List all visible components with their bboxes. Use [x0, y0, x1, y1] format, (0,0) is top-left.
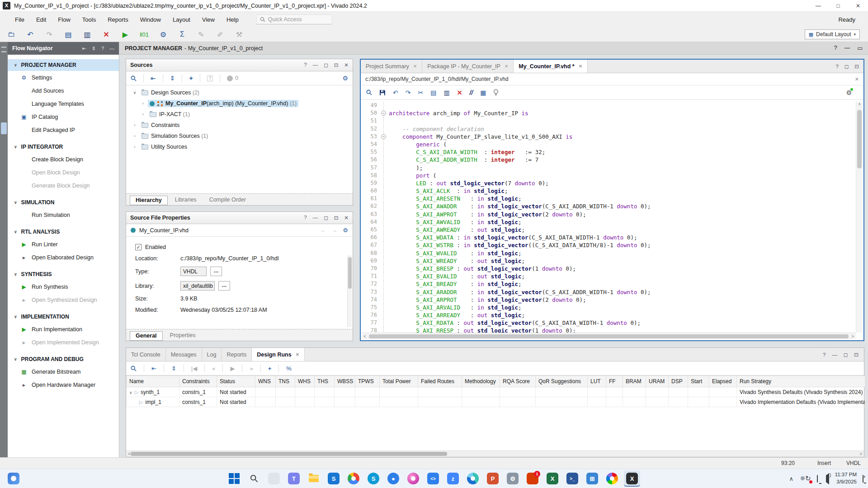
flow-item-run-implementation[interactable]: ▶Run Implementation	[8, 323, 119, 336]
taskbar-icon-powerpoint[interactable]: P	[485, 470, 501, 487]
tree-item[interactable]: ›Simulation Sources (1)	[126, 131, 353, 141]
flow-section-header-synthesis[interactable]: ∨SYNTHESIS	[8, 268, 119, 280]
taskbar-icon-skype[interactable]: S	[365, 470, 382, 487]
column-header-total-power[interactable]: Total Power	[380, 376, 418, 387]
flow-item-generate-bitstream[interactable]: ▦Generate Bitstream	[8, 365, 119, 378]
display-icon[interactable]	[817, 475, 818, 482]
float-icon[interactable]: ◻	[324, 215, 328, 221]
maximize-button[interactable]: □	[828, 0, 848, 12]
step-back-icon[interactable]: «	[212, 365, 215, 372]
ellipsis-button[interactable]: ...	[218, 281, 230, 291]
menu-help[interactable]: Help	[221, 16, 245, 23]
maximize-icon[interactable]: ⊡	[854, 63, 859, 70]
first-run-icon[interactable]: |◀	[191, 365, 197, 372]
results-tab-design-runs[interactable]: Design Runs✕	[252, 348, 305, 361]
help-icon[interactable]: ?	[304, 215, 307, 221]
maximize-icon[interactable]: ⊡	[334, 215, 339, 221]
menu-tools[interactable]: Tools	[76, 16, 102, 23]
float-icon[interactable]: ◻	[844, 63, 849, 70]
float-icon[interactable]: ◻	[844, 352, 848, 358]
flow-item-ip-catalog[interactable]: ▣IP Catalog	[8, 110, 119, 123]
flow-item-settings[interactable]: ⚙Settings	[8, 71, 119, 84]
back-icon[interactable]: ←	[320, 227, 326, 234]
taskbar-icon-file-explorer[interactable]	[306, 470, 322, 487]
column-header-failed-routes[interactable]: Failed Routes	[418, 376, 462, 387]
flow-item-run-linter[interactable]: ▶Run Linter	[8, 238, 119, 251]
toggle-comment-icon[interactable]: //	[469, 89, 473, 96]
taskbar-icon-blue-dot-app[interactable]: ●	[385, 470, 401, 487]
minimize-icon[interactable]: —	[844, 45, 850, 52]
search-icon[interactable]	[131, 75, 137, 81]
property-input[interactable]: xil_defaultlib	[180, 281, 215, 291]
tree-item[interactable]: ∨Design Sources (2)	[126, 87, 353, 98]
taskbar-icon-notification-app[interactable]: 1	[524, 470, 541, 487]
enabled-checkbox[interactable]: ✓	[135, 244, 142, 250]
close-tab-icon[interactable]: ✕	[413, 64, 417, 69]
taskbar-icon-vscode[interactable]: <>	[425, 470, 441, 487]
sources-settings-gear-icon[interactable]: ⚙	[342, 75, 348, 82]
flow-section-header-ip-integrator[interactable]: ∨IP INTEGRATOR	[8, 141, 119, 153]
tab-compile-order[interactable]: Compile Order	[204, 196, 251, 205]
tab-properties[interactable]: Properties	[165, 331, 201, 341]
flow-item-generate-block-design[interactable]: Generate Block Design	[8, 179, 119, 192]
code-area[interactable]: 4950−architecture arch_imp of My_Counter…	[362, 102, 856, 333]
sync-icon[interactable]: ↻	[805, 474, 811, 483]
menu-file[interactable]: File	[9, 16, 30, 23]
column-header-ths[interactable]: THS	[315, 376, 335, 387]
taskbar-icon-task-view[interactable]	[266, 470, 282, 487]
add-sources-icon[interactable]: +	[189, 75, 193, 82]
taskbar-icon-store[interactable]: S	[326, 470, 342, 487]
delete-icon[interactable]: ✕	[101, 30, 111, 39]
menu-window[interactable]: Window	[134, 16, 167, 23]
column-header-bram[interactable]: BRAM	[623, 376, 646, 387]
tray-chevron-up-icon[interactable]: ∧	[789, 475, 794, 482]
flow-item-language-templates[interactable]: Language Templates	[8, 97, 119, 110]
search-icon[interactable]	[131, 366, 137, 371]
flow-section-header-simulation[interactable]: ∨SIMULATION	[8, 197, 119, 208]
column-header-status[interactable]: Status	[217, 376, 255, 387]
flow-item-open-elaborated-design[interactable]: ▸Open Elaborated Design	[8, 251, 119, 264]
properties-settings-gear-icon[interactable]: ⚙	[343, 227, 348, 234]
redo-icon[interactable]: ↷	[44, 30, 54, 39]
brush-icon[interactable]: ✎	[196, 30, 206, 39]
results-tab-messages[interactable]: Messages	[166, 348, 202, 361]
tree-item[interactable]: ›IP-XACT (1)	[126, 109, 353, 120]
flow-section-header-program-and-debug[interactable]: ∨PROGRAM AND DEBUG	[8, 353, 119, 365]
widgets-button[interactable]	[5, 470, 22, 487]
chevron-down-icon[interactable]: ∨	[129, 390, 132, 395]
copy-icon[interactable]: ▤	[430, 89, 436, 96]
results-tab-log[interactable]: Log	[202, 348, 222, 361]
menu-flow[interactable]: Flow	[52, 16, 76, 23]
editor-horizontal-scrollbar[interactable]: <>	[362, 333, 856, 339]
ellipsis-button[interactable]: ...	[210, 267, 222, 276]
editor-vertical-scrollbar[interactable]: ∧	[856, 102, 863, 333]
undo-icon[interactable]: ↶	[25, 30, 35, 39]
collapse-all-icon[interactable]: ⇤	[82, 46, 86, 52]
scroll-right-icon[interactable]: >	[859, 451, 862, 456]
column-header-constraints[interactable]: Constraints	[179, 376, 217, 387]
results-tab-tcl-console[interactable]: Tcl Console	[126, 348, 166, 361]
column-header-name[interactable]: Name	[127, 376, 179, 387]
scroll-right-icon[interactable]: >	[851, 334, 854, 339]
properties-panel-header[interactable]: Source File Properties ? — ◻ ⊡ ✕	[126, 212, 353, 224]
expand-all-icon[interactable]: ⇕	[92, 46, 96, 52]
properties-scrollbar[interactable]	[347, 255, 352, 327]
maximize-icon[interactable]: ▭	[857, 45, 863, 52]
property-input[interactable]: VHDL	[180, 267, 207, 276]
flow-item-edit-packaged-ip[interactable]: Edit Packaged IP	[8, 123, 119, 136]
column-header-run-strategy[interactable]: Run Strategy	[737, 376, 865, 387]
notification-bell-icon[interactable]: z	[863, 475, 863, 482]
close-icon[interactable]: ✕	[344, 215, 349, 221]
toggle-columns-icon[interactable]: ▦	[480, 89, 486, 96]
flow-item-open-implemented-design[interactable]: ▸Open Implemented Design	[8, 336, 119, 349]
maximize-icon[interactable]: ⊡	[334, 62, 339, 68]
taskbar-icon-chrome[interactable]	[345, 470, 362, 487]
chevron-right-icon[interactable]: ›	[141, 101, 145, 106]
column-header-whs[interactable]: WHS	[295, 376, 315, 387]
run-icon[interactable]: ▶	[120, 30, 130, 39]
volume-icon[interactable]	[824, 475, 829, 482]
column-header-rqa-score[interactable]: RQA Score	[500, 376, 536, 387]
taskbar-icon-search[interactable]	[246, 470, 262, 487]
taskbar-icon-pink-circle-app[interactable]	[405, 470, 421, 487]
column-header-start[interactable]: Start	[688, 376, 709, 387]
